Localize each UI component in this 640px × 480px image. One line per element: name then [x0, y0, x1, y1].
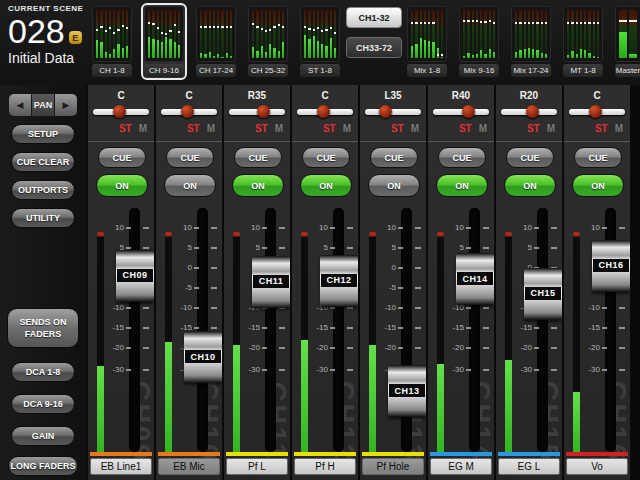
fader-track[interactable] — [129, 208, 140, 452]
fader-cap[interactable]: CH13 — [388, 365, 426, 417]
fader-cap[interactable]: CH10 — [184, 331, 222, 383]
cue-button[interactable]: CUE — [506, 147, 554, 168]
pan-slider[interactable] — [161, 109, 217, 115]
fader-scale-tick — [194, 327, 199, 329]
gain-button[interactable]: GAIN — [11, 426, 75, 446]
channel-name-tag[interactable]: EG M — [430, 458, 492, 475]
pan-knob[interactable] — [526, 105, 539, 118]
dca-1-8-button[interactable]: DCA 1-8 — [11, 362, 75, 382]
pan-value-readout: R35 — [224, 90, 290, 101]
mini-meter-bar — [571, 10, 573, 58]
fader-cap[interactable]: CH09 — [116, 250, 154, 302]
fader-scale-tick — [398, 227, 403, 229]
pan-knob[interactable] — [181, 105, 194, 118]
fader-track[interactable] — [469, 208, 480, 452]
sends-on-faders-button[interactable]: SENDS ON FADERS — [7, 308, 79, 348]
fader-scale-tick — [551, 327, 557, 329]
channel-name-tag[interactable]: Pf L — [226, 458, 288, 475]
channel-name-tag[interactable]: EB Line1 — [90, 458, 152, 475]
pan-slider[interactable] — [501, 109, 557, 115]
bank-overview-mix-9-16[interactable]: Mix 9-16 — [456, 3, 502, 80]
cue-button[interactable]: CUE — [370, 147, 418, 168]
pan-slider[interactable] — [297, 109, 353, 115]
current-scene-panel[interactable]: CURRENT SCENE 028 E Initial Data — [8, 4, 90, 66]
on-button[interactable]: ON — [232, 174, 284, 197]
fader-cap[interactable]: CH12 — [320, 255, 358, 307]
fader-scale-label: -15 — [447, 323, 464, 332]
utility-button[interactable]: UTILITY — [11, 208, 75, 228]
fader-scale-tick — [534, 227, 539, 229]
bank-button-ch33-72[interactable]: CH33-72 — [346, 37, 402, 58]
on-button[interactable]: ON — [300, 174, 352, 197]
pan-slider[interactable] — [433, 109, 489, 115]
fader-cap[interactable]: CH11 — [252, 256, 290, 308]
long-faders-button[interactable]: LONG FADERS — [8, 456, 78, 476]
bank-overview-mix-1-8[interactable]: Mix 1-8 — [404, 3, 450, 80]
cue-clear-button[interactable]: CUE CLEAR — [11, 152, 75, 172]
cue-button[interactable]: CUE — [234, 147, 282, 168]
pan-knob[interactable] — [589, 105, 602, 118]
channel-color-stripe — [498, 452, 560, 456]
outports-button[interactable]: OUTPORTS — [11, 180, 75, 200]
cue-button[interactable]: CUE — [302, 147, 350, 168]
pan-knob[interactable] — [113, 105, 126, 118]
on-button[interactable]: ON — [368, 174, 420, 197]
fader-scale-tick — [551, 227, 557, 229]
bank-overview-mix-17-24[interactable]: Mix 17-24 — [508, 3, 554, 80]
pan-knob[interactable] — [257, 105, 270, 118]
on-button[interactable]: ON — [504, 174, 556, 197]
fader-track[interactable] — [537, 208, 548, 452]
fader-scale-tick — [143, 347, 149, 349]
fader-position-mark — [441, 54, 443, 56]
mini-meter-bar — [313, 10, 315, 58]
stereo-indicator: ST — [255, 123, 268, 134]
pan-knob[interactable] — [317, 105, 330, 118]
mini-meter-bar — [317, 10, 319, 58]
on-button[interactable]: ON — [164, 174, 216, 197]
channel-name-tag[interactable]: EB Mic — [158, 458, 220, 475]
bank-overview-st-1-8[interactable]: ST 1-8 — [297, 3, 343, 80]
cue-button[interactable]: CUE — [98, 147, 146, 168]
fader-cap[interactable]: CH15 — [524, 268, 562, 320]
fader-track[interactable] — [197, 208, 208, 452]
strip-divider — [496, 141, 562, 142]
fader-scale-label: 5 — [175, 243, 192, 252]
cue-button[interactable]: CUE — [166, 147, 214, 168]
dca-9-16-button[interactable]: DCA 9-16 — [11, 394, 75, 414]
pan-slider[interactable] — [365, 109, 421, 115]
channel-name-tag[interactable]: EG L — [498, 458, 560, 475]
on-button[interactable]: ON — [572, 174, 624, 197]
setup-button[interactable]: SETUP — [11, 124, 75, 144]
mono-indicator: M — [615, 123, 623, 134]
fader-scale-tick — [398, 307, 403, 309]
channel-name-tag[interactable]: Pf H — [294, 458, 356, 475]
on-button[interactable]: ON — [436, 174, 488, 197]
on-button[interactable]: ON — [96, 174, 148, 197]
bank-overview-mt-1-8[interactable]: MT 1-8 — [560, 3, 606, 80]
bank-overview-ch-9-16[interactable]: CH 9-16 — [141, 3, 187, 80]
mini-meter-bar — [493, 10, 495, 58]
fader-track[interactable] — [265, 208, 276, 452]
fader-cap[interactable]: CH16 — [592, 240, 630, 292]
cue-button[interactable]: CUE — [438, 147, 486, 168]
bank-overview-ch-1-8[interactable]: CH 1-8 — [89, 3, 135, 80]
pan-right-arrow-button[interactable]: ▶ — [55, 94, 77, 116]
channel-name-tag[interactable]: Vo — [566, 458, 628, 475]
mini-meter-bar — [420, 10, 422, 58]
channel-name-tag[interactable]: Pf Hole — [362, 458, 424, 475]
bank-overview-ch-25-32[interactable]: CH 25-32 — [245, 3, 291, 80]
fader-track[interactable] — [333, 208, 344, 452]
pan-slider[interactable] — [93, 109, 149, 115]
cue-button[interactable]: CUE — [574, 147, 622, 168]
bank-overview-master[interactable]: Master — [612, 3, 640, 80]
bank-button-ch1-32[interactable]: CH1-32 — [346, 7, 402, 28]
bank-overview-ch-17-24[interactable]: CH 17-24 — [193, 3, 239, 80]
pan-knob[interactable] — [462, 105, 475, 118]
pan-left-arrow-button[interactable]: ◀ — [9, 94, 31, 116]
channel-color-stripe — [158, 452, 220, 456]
fader-cap[interactable]: CH14 — [456, 253, 494, 305]
pan-slider[interactable] — [229, 109, 285, 115]
fader-scale-tick — [330, 307, 335, 309]
pan-knob[interactable] — [379, 105, 392, 118]
pan-slider[interactable] — [569, 109, 625, 115]
